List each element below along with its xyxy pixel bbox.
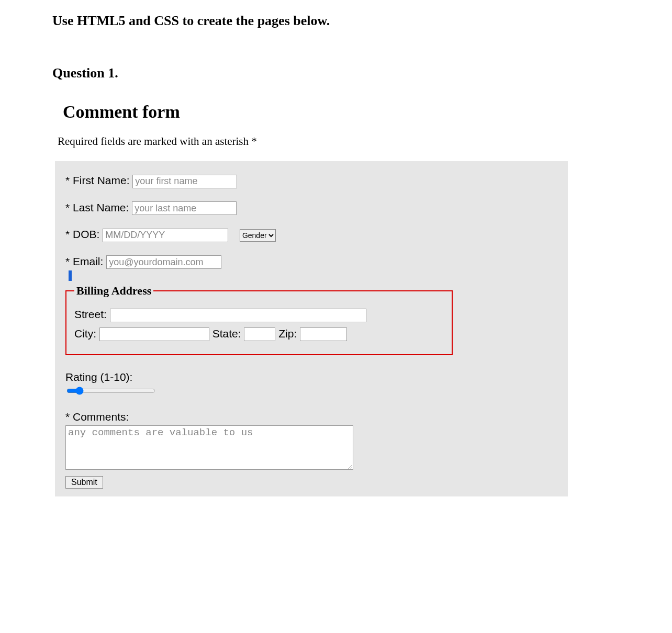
city-label: City: — [74, 327, 96, 340]
rating-row: Rating (1-10): — [65, 371, 557, 395]
first-name-input[interactable] — [132, 175, 237, 188]
email-label: * Email: — [65, 255, 103, 267]
dob-row: * DOB: Gender — [65, 228, 557, 242]
page-title: Use HTML5 and CSS to create the pages be… — [52, 13, 620, 29]
street-label: Street: — [74, 308, 107, 320]
city-row: City: State: Zip: — [74, 327, 444, 342]
comments-label: * Comments: — [65, 411, 129, 423]
comments-row: * Comments: — [65, 411, 557, 470]
form-title: Comment form — [63, 102, 620, 122]
email-row: * Email: — [65, 255, 557, 282]
rating-slider[interactable] — [66, 387, 155, 395]
dob-input[interactable] — [103, 229, 228, 242]
submit-row: Submit — [65, 475, 557, 489]
last-name-label: * Last Name: — [65, 201, 129, 213]
first-name-row: * First Name: — [65, 174, 557, 188]
street-row: Street: — [74, 308, 444, 322]
email-input[interactable] — [106, 255, 221, 269]
last-name-row: * Last Name: — [65, 201, 557, 216]
billing-address-fieldset: Billing Address Street: City: State: Zip… — [65, 284, 453, 355]
question-heading: Question 1. — [52, 65, 620, 81]
state-input[interactable] — [244, 327, 275, 341]
comment-form: * First Name: * Last Name: * DOB: Gender… — [55, 161, 568, 496]
dob-label: * DOB: — [65, 228, 99, 240]
last-name-input[interactable] — [132, 201, 237, 215]
state-label: State: — [212, 327, 241, 340]
street-input[interactable] — [110, 309, 366, 322]
required-note: Required fields are marked with an aster… — [58, 135, 620, 148]
zip-label: Zip: — [278, 327, 297, 340]
color-cursor-icon — [69, 269, 72, 281]
city-input[interactable] — [99, 327, 209, 341]
rating-label: Rating (1-10): — [65, 371, 132, 383]
gender-select[interactable]: Gender — [240, 229, 276, 242]
billing-legend: Billing Address — [74, 284, 153, 298]
comments-textarea[interactable] — [65, 425, 353, 470]
zip-input[interactable] — [300, 327, 347, 341]
first-name-label: * First Name: — [65, 174, 130, 186]
submit-button[interactable]: Submit — [65, 476, 103, 489]
